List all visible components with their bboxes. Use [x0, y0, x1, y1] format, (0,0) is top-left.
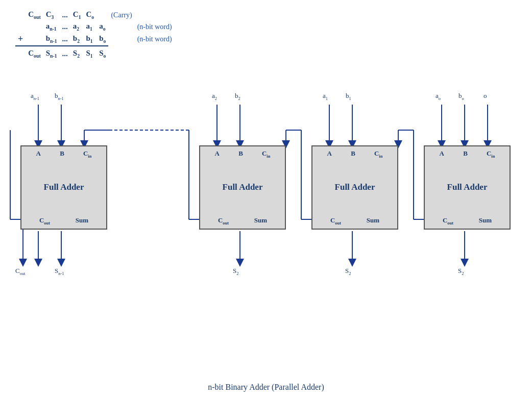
bottom-title: n-bit Binary Adder (Parallel Adder) — [208, 383, 324, 392]
fa0-cout-label: Cout — [39, 216, 50, 225]
fa-box-2: A B Cin Full Adder Cout Sum — [311, 145, 398, 230]
fa2-b1-input: b1 — [346, 92, 351, 101]
fa0-sn1-output: Sn-1 — [55, 267, 64, 276]
fa3-a0-input: ao — [436, 92, 441, 101]
fa-box-0: A B Cin Full Adder Cout Sum — [20, 145, 107, 230]
fa1-a-label: A — [215, 149, 220, 159]
fa1-sum-label: Sum — [254, 216, 267, 225]
fa3-title: Full Adder — [447, 182, 488, 193]
fa2-s2-output: S2 — [345, 267, 351, 276]
fa2-cin-label: Cin — [374, 149, 382, 159]
fa3-0-input: o — [483, 92, 487, 100]
fa0-an1-input: an-1 — [31, 92, 39, 101]
diagram-svg — [5, 89, 527, 375]
fa2-input-labels: A B Cin — [312, 146, 397, 159]
fa1-s2-output: S2 — [233, 267, 238, 276]
fa2-b-label: B — [351, 149, 355, 159]
fa-box-3: A B Cin Full Adder Cout Sum — [424, 145, 511, 230]
fa1-a2-input: a2 — [212, 92, 217, 101]
fa0-cout-output: Cout — [15, 267, 25, 276]
fa1-title: Full Adder — [223, 182, 263, 193]
fa2-output-labels: Cout Sum — [312, 216, 397, 229]
fa3-cout-label: Cout — [443, 216, 453, 225]
fa0-sum-label: Sum — [76, 216, 88, 225]
fa2-a-label: A — [327, 149, 332, 159]
fa3-a-label: A — [440, 149, 444, 159]
fa3-cin-label: Cin — [487, 149, 495, 159]
fa0-b-label: B — [60, 149, 64, 159]
fa1-cout-label: Cout — [218, 216, 229, 225]
fa3-b0-input: bo — [458, 92, 464, 101]
fa1-input-labels: A B Cin — [200, 146, 285, 159]
fa3-s2-output: S2 — [458, 267, 464, 276]
fa2-sum-label: Sum — [367, 216, 379, 225]
fa0-a-label: A — [36, 149, 41, 159]
fa0-output-labels: Cout Sum — [21, 216, 106, 229]
diagram: A B Cin Full Adder Cout Sum A B Cin Full… — [5, 89, 527, 375]
fa-box-1: A B Cin Full Adder Cout Sum — [199, 145, 286, 230]
fa1-output-labels: Cout Sum — [200, 216, 285, 229]
fa2-a1-input: a1 — [323, 92, 328, 101]
fa2-title: Full Adder — [335, 182, 375, 193]
fa1-cin-label: Cin — [262, 149, 270, 159]
fa3-output-labels: Cout Sum — [425, 216, 510, 229]
fa1-b2-input: b2 — [235, 92, 240, 101]
fa0-cin-label: Cin — [83, 149, 91, 159]
addition-table: Cout C3 ... C1 Co (Carry) an-1 ... a2 a1… — [15, 9, 175, 60]
fa1-b-label: B — [238, 149, 243, 159]
fa3-input-labels: A B Cin — [425, 146, 510, 159]
page: Cout C3 ... C1 Co (Carry) an-1 ... a2 a1… — [0, 0, 532, 401]
fa0-bn1-input: bn-1 — [55, 92, 64, 101]
fa2-cout-label: Cout — [330, 216, 341, 225]
fa0-input-labels: A B Cin — [21, 146, 106, 159]
fa3-sum-label: Sum — [479, 216, 492, 225]
fa3-b-label: B — [463, 149, 468, 159]
fa0-title: Full Adder — [44, 182, 84, 193]
